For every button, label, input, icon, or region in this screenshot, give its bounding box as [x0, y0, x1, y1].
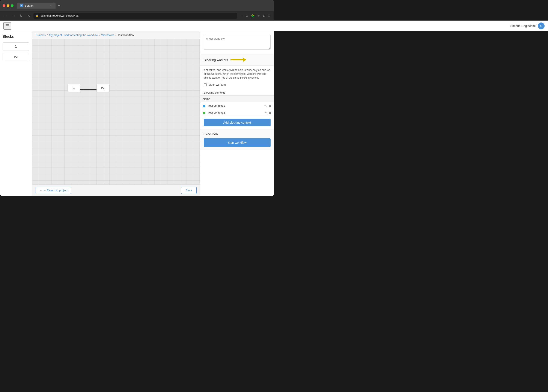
- blocking-workers-title: Blocking workers: [204, 58, 228, 62]
- address-input[interactable]: 🔒 localhost:4000/#/workflows/486: [33, 13, 237, 19]
- shield-icon[interactable]: 🛡: [245, 13, 249, 18]
- context-1-edit-icon[interactable]: ✎: [265, 104, 267, 107]
- tab-close-button[interactable]: ×: [49, 4, 52, 7]
- sidebar-title: Blocks: [3, 35, 29, 39]
- app-container: ☰ Simone Degiacomi S Blocks λ Do: [0, 21, 274, 196]
- breadcrumb-projects-link[interactable]: Projects: [36, 33, 46, 37]
- home-button[interactable]: ⌂: [26, 13, 32, 19]
- hamburger-menu-button[interactable]: ☰: [3, 22, 11, 29]
- blocking-contexts-table: Name Test context 1: [200, 95, 274, 116]
- new-tab-button[interactable]: +: [56, 3, 62, 9]
- address-bar: ← → ↻ ⌂ 🔒 localhost:4000/#/workflows/486…: [0, 11, 274, 21]
- url-text: localhost:4000/#/workflows/486: [40, 14, 235, 17]
- execution-section: Execution Start workflow: [200, 129, 274, 150]
- lock-icon: 🔒: [36, 14, 39, 17]
- maximize-traffic-light[interactable]: [11, 4, 14, 7]
- sidebar-item-do[interactable]: Do: [3, 53, 29, 61]
- browser-toolbar-icons: ⋯ 🛡 🧩 ☆ ⬇ ☰: [239, 13, 271, 18]
- context-1-delete-icon[interactable]: 🗑: [269, 104, 271, 107]
- tab-bar: ⚛ Servant × +: [17, 3, 271, 9]
- contexts-table-header-name: Name: [200, 96, 252, 102]
- context-row-2: Test context 2 ✎ 🗑: [200, 109, 274, 116]
- context-1-actions: ✎ 🗑: [254, 104, 271, 107]
- execution-title: Execution: [204, 132, 271, 136]
- puzzle-icon[interactable]: 🧩: [250, 13, 256, 18]
- workflow-canvas[interactable]: λ Do: [32, 39, 200, 184]
- context-2-delete-icon[interactable]: 🗑: [269, 111, 271, 114]
- blocking-description-text: If checked, one worker will be able to w…: [200, 66, 274, 82]
- close-traffic-light[interactable]: [3, 4, 5, 7]
- description-section: [200, 31, 274, 54]
- forward-button[interactable]: →: [10, 13, 16, 19]
- breadcrumb: Projects / My project used for testing t…: [32, 31, 200, 39]
- sidebar-item-lambda[interactable]: λ: [3, 42, 29, 51]
- menu-icon[interactable]: ☰: [267, 13, 271, 18]
- node-lambda[interactable]: λ: [68, 84, 80, 92]
- minimize-traffic-light[interactable]: [7, 4, 9, 7]
- return-to-project-button[interactable]: ← ← Return to project: [36, 187, 71, 194]
- breadcrumb-workflows-link[interactable]: Workflows: [101, 33, 114, 37]
- reload-button[interactable]: ↻: [18, 13, 24, 19]
- breadcrumb-sep-1: /: [47, 33, 48, 37]
- workflow-description-textarea[interactable]: [204, 35, 271, 50]
- context-1-name-cell: Test context 1: [200, 102, 252, 109]
- context-row-1: Test context 1 ✎ 🗑: [200, 102, 274, 109]
- breadcrumb-current: Test workflow: [117, 33, 134, 37]
- breadcrumb-sep-3: /: [115, 33, 116, 37]
- add-blocking-context-button[interactable]: Add blocking context: [204, 119, 271, 126]
- context-2-color-swatch: [203, 112, 205, 114]
- right-panel: Blocking workers If checked, one worker …: [200, 31, 274, 196]
- active-tab[interactable]: ⚛ Servant ×: [17, 3, 56, 8]
- main-layout: Blocks λ Do Projects / My project used f…: [0, 31, 274, 196]
- app-wrapper: ☰ Simone Degiacomi S Blocks λ Do: [0, 21, 274, 196]
- context-2-name: Test context 2: [208, 111, 225, 114]
- node-do[interactable]: Do: [96, 84, 109, 92]
- context-1-actions-cell: ✎ 🗑: [252, 102, 274, 109]
- context-2-actions-cell: ✎ 🗑: [252, 109, 274, 116]
- block-workers-row: Block workers: [200, 82, 274, 89]
- breadcrumb-sep-2: /: [99, 33, 100, 37]
- traffic-lights: [3, 4, 14, 7]
- download-icon[interactable]: ⬇: [262, 13, 266, 18]
- blocking-contexts-title: Blocking contexts: [204, 91, 225, 94]
- tab-title: Servant: [25, 4, 34, 7]
- blocking-contexts-header: Blocking contexts: [200, 89, 274, 95]
- node-connection-line: [80, 89, 96, 90]
- return-arrow-icon: ←: [39, 189, 42, 192]
- back-button[interactable]: ←: [3, 13, 8, 19]
- context-2-name-cell: Test context 2: [200, 109, 252, 116]
- breadcrumb-project-link[interactable]: My project used for testing the workflow: [49, 33, 98, 37]
- blocking-workers-header: Blocking workers: [200, 54, 274, 66]
- context-1-name: Test context 1: [208, 104, 225, 107]
- block-workers-checkbox[interactable]: [204, 83, 207, 86]
- sidebar: Blocks λ Do: [0, 31, 32, 196]
- start-workflow-button[interactable]: Start workflow: [204, 138, 271, 147]
- context-1-color-swatch: [203, 105, 205, 107]
- arrow-head: [243, 58, 246, 62]
- arrow-body: [231, 59, 243, 60]
- browser-titlebar: ⚛ Servant × +: [0, 0, 274, 11]
- app-header: ☰ Simone Degiacomi S: [0, 21, 274, 31]
- extensions-icon[interactable]: ⋯: [239, 13, 244, 18]
- canvas-grid: λ Do: [32, 39, 200, 184]
- save-button[interactable]: Save: [181, 187, 197, 194]
- arrow-indicator: [231, 58, 246, 62]
- canvas-footer: ← ← Return to project Save: [32, 184, 200, 196]
- contexts-table-header-actions: [252, 96, 274, 102]
- context-2-edit-icon[interactable]: ✎: [265, 111, 267, 114]
- context-2-actions: ✎ 🗑: [254, 111, 271, 114]
- star-icon[interactable]: ☆: [256, 13, 261, 18]
- canvas-nodes: λ Do: [32, 39, 200, 184]
- return-label: ← Return to project: [43, 189, 68, 192]
- canvas-area: Projects / My project used for testing t…: [32, 31, 200, 196]
- tab-favicon: ⚛: [20, 4, 23, 7]
- block-workers-label: Block workers: [208, 83, 226, 86]
